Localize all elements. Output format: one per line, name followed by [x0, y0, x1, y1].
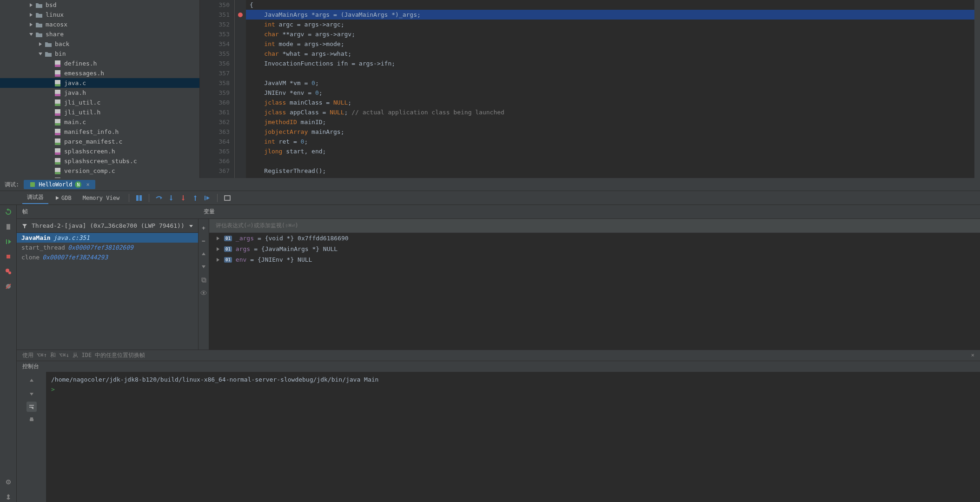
- breakpoint-slot[interactable]: [235, 139, 246, 149]
- thread-selector[interactable]: Thread-2-[java] (0x7…36c8e700 (LWP 79461…: [17, 219, 198, 233]
- folder-linux[interactable]: linux: [0, 10, 199, 20]
- code-line[interactable]: [246, 68, 974, 78]
- code-line[interactable]: RegisterThread();: [246, 166, 974, 176]
- code-line[interactable]: char *what = args->what;: [246, 49, 974, 59]
- breakpoint-slot[interactable]: [235, 42, 246, 52]
- close-hint-icon[interactable]: ×: [971, 352, 974, 358]
- run-to-cursor-icon[interactable]: [202, 193, 212, 203]
- file-splashscreen_stubs.c[interactable]: splashscreen_stubs.c: [0, 156, 199, 166]
- stack-frame[interactable]: start_thread0x00007fef38102609: [17, 243, 198, 252]
- folder-bsd[interactable]: bsd: [0, 0, 199, 10]
- pin-icon[interactable]: [3, 492, 13, 502]
- print-icon[interactable]: [26, 415, 37, 425]
- force-step-into-icon[interactable]: [178, 193, 188, 203]
- console-output[interactable]: /home/nagocoler/jdk-jdk8-b120/build/linu…: [46, 372, 980, 502]
- stop-icon[interactable]: [3, 251, 13, 262]
- tab-memory-view[interactable]: Memory View: [78, 193, 124, 203]
- scroll-up-icon[interactable]: [26, 376, 37, 386]
- file-main.c[interactable]: main.c: [0, 117, 199, 127]
- breakpoint-slot[interactable]: [235, 149, 246, 159]
- view-breakpoints-icon[interactable]: [3, 266, 13, 277]
- breakpoint-slot[interactable]: [235, 61, 246, 71]
- copy-icon[interactable]: [199, 275, 209, 285]
- file-java.h[interactable]: java.h: [0, 88, 199, 98]
- editor-scrollbar[interactable]: [974, 0, 980, 178]
- scroll-down-icon[interactable]: [26, 389, 37, 399]
- modify-run-icon[interactable]: [3, 222, 13, 232]
- breakpoint-slot[interactable]: [235, 71, 246, 81]
- code-line[interactable]: jclass mainClass = NULL;: [246, 98, 974, 107]
- evaluate-expression-input[interactable]: 评估表达式(⏎)或添加监视(⇧⌘⏎): [209, 219, 980, 233]
- run-configuration-tab[interactable]: HelloWorld N ×: [24, 180, 95, 189]
- add-icon[interactable]: +: [199, 223, 209, 233]
- chevron-right-icon[interactable]: [37, 41, 44, 47]
- code-editor[interactable]: { JavaMainArgs *args = (JavaMainArgs *)_…: [246, 0, 974, 178]
- breakpoint-slot[interactable]: [235, 81, 246, 91]
- breakpoint-slot[interactable]: [235, 13, 246, 22]
- file-java.c[interactable]: java.c: [0, 78, 199, 88]
- remove-icon[interactable]: −: [199, 236, 209, 246]
- file-emessages.h[interactable]: emessages.h: [0, 68, 199, 78]
- close-icon[interactable]: ×: [86, 181, 89, 188]
- resume-icon[interactable]: [3, 237, 13, 247]
- breakpoint-icon[interactable]: [238, 13, 243, 17]
- code-line[interactable]: int mode = args->mode;: [246, 39, 974, 49]
- breakpoint-slot[interactable]: [235, 32, 246, 42]
- watch-icon[interactable]: [199, 288, 209, 298]
- step-over-icon[interactable]: [154, 193, 164, 203]
- breakpoint-slot[interactable]: [235, 169, 246, 178]
- down-icon[interactable]: [199, 262, 209, 272]
- code-line[interactable]: JavaVM *vm = 0;: [246, 78, 974, 88]
- breakpoint-slot[interactable]: [235, 159, 246, 169]
- file-version_comp.c[interactable]: version_comp.c: [0, 166, 199, 176]
- settings-icon[interactable]: [3, 477, 13, 487]
- code-line[interactable]: int ret = 0;: [246, 137, 974, 146]
- console-prompt[interactable]: >: [51, 384, 975, 394]
- chevron-right-icon[interactable]: [28, 21, 34, 28]
- chevron-right-icon[interactable]: [28, 12, 34, 18]
- code-line[interactable]: [246, 156, 974, 166]
- variable-row[interactable]: 01_args= {void *} 0x7ffdd6186690: [209, 233, 980, 244]
- code-line[interactable]: JavaMainArgs *args = (JavaMainArgs *)_ar…: [246, 10, 974, 20]
- breakpoint-slot[interactable]: [235, 22, 246, 32]
- tab-debugger[interactable]: 调试器: [22, 192, 48, 204]
- chevron-down-icon[interactable]: [37, 51, 44, 57]
- breakpoint-gutter[interactable]: [235, 0, 246, 178]
- up-icon[interactable]: [199, 249, 209, 259]
- chevron-down-icon[interactable]: [28, 31, 34, 38]
- variable-row[interactable]: 01args= {JavaMainArgs *} NULL: [209, 244, 980, 254]
- code-line[interactable]: jlong start, end;: [246, 146, 974, 156]
- code-line[interactable]: jclass appClass = NULL; // actual applic…: [246, 107, 974, 117]
- stack-frame[interactable]: JavaMainjava.c:351: [17, 233, 198, 243]
- file-parse_manifest.c[interactable]: parse_manifest.c: [0, 137, 199, 146]
- folder-share[interactable]: share: [0, 29, 199, 39]
- mute-breakpoints-icon[interactable]: [3, 281, 13, 291]
- file-splashscreen.h[interactable]: splashscreen.h: [0, 146, 199, 156]
- evaluate-expression-icon[interactable]: [222, 193, 232, 203]
- folder-back[interactable]: back: [0, 39, 199, 49]
- tab-gdb[interactable]: GDB: [50, 193, 76, 203]
- step-out-icon[interactable]: [190, 193, 200, 203]
- variable-row[interactable]: 01env= {JNIEnv *} NULL: [209, 254, 980, 265]
- file-jli_util.c[interactable]: jli_util.c: [0, 98, 199, 107]
- code-line[interactable]: int argc = args->argc;: [246, 20, 974, 29]
- rerun-icon[interactable]: [3, 207, 13, 217]
- breakpoint-slot[interactable]: [235, 100, 246, 110]
- code-line[interactable]: {: [246, 0, 974, 10]
- code-line[interactable]: char **argv = args->argv;: [246, 29, 974, 39]
- code-line[interactable]: InvocationFunctions ifn = args->ifn;: [246, 59, 974, 68]
- soft-wrap-icon[interactable]: [26, 402, 37, 412]
- layout-icon[interactable]: [134, 193, 144, 203]
- breakpoint-slot[interactable]: [235, 130, 246, 139]
- file-manifest_info.h[interactable]: manifest_info.h: [0, 127, 199, 137]
- folder-macosx[interactable]: macosx: [0, 20, 199, 29]
- code-line[interactable]: JNIEnv *env = 0;: [246, 88, 974, 98]
- breakpoint-slot[interactable]: [235, 91, 246, 100]
- code-line[interactable]: jmethodID mainID;: [246, 117, 974, 127]
- step-into-icon[interactable]: [166, 193, 176, 203]
- chevron-right-icon[interactable]: [28, 2, 34, 8]
- file-jli_util.h[interactable]: jli_util.h: [0, 107, 199, 117]
- folder-bin[interactable]: bin: [0, 49, 199, 59]
- stack-frame[interactable]: clone0x00007fef38244293: [17, 252, 198, 262]
- code-line[interactable]: jobjectArray mainArgs;: [246, 127, 974, 137]
